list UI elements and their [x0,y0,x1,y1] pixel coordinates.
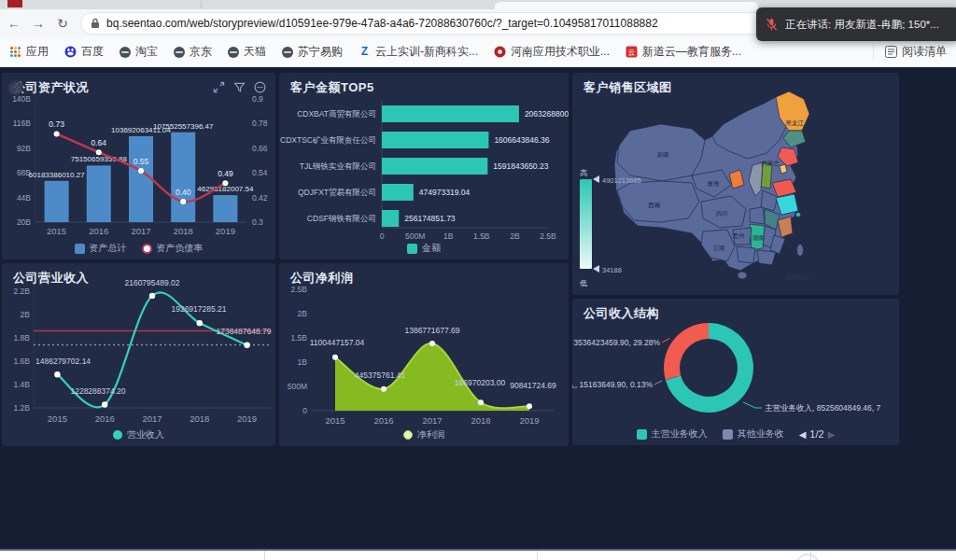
svg-text:CDSF钢铁有限公司: CDSF钢铁有限公司 [307,214,376,223]
filter-icon[interactable] [233,81,246,93]
reading-list-label: 阅读清单 [902,44,947,60]
profit-chart[interactable]: 2.5B2B1.5B1B500M01100447157.04445375761.… [279,276,569,433]
svg-text:500M: 500M [288,382,307,391]
bookmark-tmall[interactable]: 天猫 [228,44,266,60]
legend-main-revenue[interactable]: 主营业务收入 [637,427,708,441]
bookmark-label: 河南应用技术职业... [511,44,610,60]
svg-text:CDXBAT商贸有限公司: CDXBAT商贸有限公司 [297,109,376,119]
svg-text:西藏: 西藏 [648,202,662,208]
svg-text:2017: 2017 [142,413,162,424]
svg-text:2019: 2019 [216,226,235,236]
bottom-strip [0,549,956,560]
svg-text:1386771677.69: 1386771677.69 [404,326,459,335]
svg-text:2063268800: 2063268800 [525,109,569,119]
legend-revenue[interactable]: 营业收入 [113,428,164,441]
svg-text:2016: 2016 [89,226,108,236]
bookmark-yunshang[interactable]: Z 云上实训-新商科实... [358,44,478,60]
svg-text:1.4B: 1.4B [14,380,31,389]
svg-text:0.40: 0.40 [176,188,191,197]
panel-revenue: 公司营业收入 2.2B2B1.8B1.6B1.4B1.2B1486279702.… [2,263,275,446]
assets-chart[interactable]: 140B116B92B68B44B20B0.90.780.660.540.420… [2,93,275,241]
svg-text:1B: 1B [443,231,454,241]
legend-debt-ratio[interactable]: 资产负债率 [142,242,204,255]
svg-text:0.49: 0.49 [218,169,233,178]
china-map[interactable]: 新疆 西藏 青海 内蒙古 黑龙江 四川 云南 贵州 湖南 南海诸岛 高 4901… [572,73,899,295]
back-button[interactable]: ← [4,16,24,31]
svg-text:2017: 2017 [422,415,442,426]
svg-text:0.9: 0.9 [252,94,263,104]
svg-text:业务收入, 15163649.90, 0.13%: 业务收入, 15163649.90, 0.13% [572,380,653,389]
panel-title: 公司收入结构 [583,305,659,322]
bookmarks-bar: 应用 百度 淘宝 京东 天猫 苏宁易购 Z 云上实训-新商科实... 河南应用技… [0,37,956,67]
bookmark-label: 云上实训-新商科实... [375,44,478,60]
svg-text:高: 高 [580,169,587,177]
active-tab[interactable] [495,2,758,9]
svg-text:44B: 44B [17,193,31,203]
svg-text:445375761.41: 445375761.41 [355,371,406,380]
svg-text:四川: 四川 [716,210,728,217]
svg-text:1738487648.79: 1738487648.79 [216,327,271,336]
svg-text:黑龙江: 黑龙江 [785,119,804,127]
svg-text:2.5B: 2.5B [540,231,556,241]
svg-text:500M: 500M [405,231,425,241]
svg-text:2015: 2015 [325,415,344,426]
svg-text:256174851.73: 256174851.73 [404,214,456,223]
bookmark-baidu[interactable]: 百度 [64,44,104,60]
svg-text:1926917285.21: 1926917285.21 [171,304,226,314]
globe-icon [228,47,239,58]
more-options-icon[interactable] [254,81,266,93]
bookmark-xindaoyun[interactable]: 云 新道云—教育服务... [626,44,741,60]
svg-text:2015: 2015 [47,226,66,236]
reload-button[interactable]: ↻ [52,16,73,31]
svg-text:2B: 2B [298,309,308,318]
svg-text:2019: 2019 [519,415,539,426]
svg-text:1591843650.23: 1591843650.23 [493,161,548,171]
svg-text:1.6B: 1.6B [14,357,31,366]
bookmark-label: 京东 [190,44,212,60]
url-text: bq.seentao.com/web/storypreview/d10591ee… [106,17,658,30]
pager-prev-icon[interactable]: ◀ [799,429,807,440]
bookmark-jd[interactable]: 京东 [174,44,212,60]
revenue-chart[interactable]: 2.2B2B1.8B1.6B1.4B1.2B1486279702.1412282… [2,276,275,433]
forward-button[interactable]: → [28,16,49,31]
svg-text:南海诸岛: 南海诸岛 [786,273,810,281]
gear-icon[interactable] [7,80,23,96]
svg-text:107552557396.47: 107552557396.47 [153,122,214,131]
url-bar[interactable]: bq.seentao.com/web/storypreview/d10591ee… [80,12,769,35]
globe-icon [282,47,293,58]
tab-separator [201,1,202,8]
legend-amount[interactable]: 金额 [407,242,441,255]
legend-profit[interactable]: 净利润 [403,428,445,441]
svg-text:2160795489.02: 2160795489.02 [124,278,179,287]
bookmark-henan[interactable]: 河南应用技术职业... [494,44,610,60]
bookmark-taobao[interactable]: 淘宝 [120,44,158,60]
top5-chart[interactable]: CDXBAT商贸有限公司2063268800CDXTSC矿业有限责任公司1606… [279,93,569,241]
svg-text:云: 云 [628,49,636,57]
tab-favicon[interactable] [7,0,22,7]
svg-text:低: 低 [580,279,587,287]
pager-next-icon[interactable]: ▶ [828,429,836,440]
panel-profit: 公司净利润 2.5B2B1.5B1B500M01100447157.044453… [279,263,569,446]
red-circle-icon [494,46,506,58]
svg-text:2015: 2015 [48,413,67,424]
speaking-notification[interactable]: 正在讲话: 用友新道-冉鹏; 150*... [756,7,956,41]
microphone-icon [766,18,778,32]
legend-other-revenue[interactable]: 其他业务收 [723,427,784,441]
bookmark-apps[interactable]: 应用 [9,44,49,60]
legend-assets-total[interactable]: 资产总计 [75,242,127,255]
panel-title: 客户金额TOP5 [290,79,374,96]
lock-icon [91,18,100,29]
svg-text:湖南: 湖南 [752,234,766,241]
bookmark-suning[interactable]: 苏宁易购 [282,44,343,60]
svg-text:1.8B: 1.8B [14,333,31,343]
panel-title: 公司资产状况 [13,79,89,96]
reading-list-button[interactable]: 阅读清单 [873,44,947,60]
svg-text:2B: 2B [21,310,31,319]
svg-text:青海: 青海 [708,180,721,188]
svg-text:34188: 34188 [602,266,622,274]
svg-text:1.5B: 1.5B [473,231,490,241]
svg-text:2B: 2B [510,231,520,241]
baidu-icon [64,46,77,58]
svg-text:2019: 2019 [237,413,257,424]
expand-icon[interactable] [213,81,225,93]
